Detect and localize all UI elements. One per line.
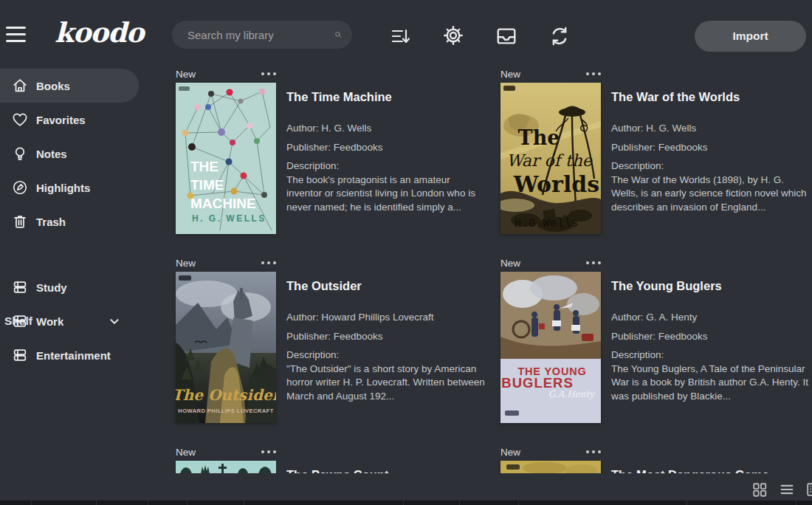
book-title[interactable]: The Most Dangerous Game	[611, 467, 812, 473]
new-badge: New	[176, 447, 196, 458]
shelf-icon	[12, 313, 28, 329]
list-view-icon[interactable]	[779, 481, 795, 498]
cover-text: War of the	[506, 151, 593, 170]
import-button[interactable]: Import	[695, 21, 806, 52]
sidebar-item-favorites[interactable]: Favorites	[0, 103, 139, 137]
sidebar-item-label: Favorites	[36, 114, 86, 126]
book-card: New	[500, 255, 812, 423]
home-icon	[12, 78, 28, 94]
book-author: Author: H. G. Wells	[611, 121, 812, 135]
more-menu-icon[interactable]	[261, 69, 276, 78]
book-author: Author: Howard Phillips Lovecraft	[286, 310, 487, 324]
cover-text: THE	[190, 159, 219, 174]
cover-author: H.G.Wells	[515, 217, 578, 230]
more-menu-icon[interactable]	[586, 258, 601, 267]
cover-text: Worlds	[513, 171, 599, 197]
top-bar: koodo Import	[0, 0, 812, 65]
menu-icon[interactable]	[6, 27, 26, 44]
book-title[interactable]: The Time Machine	[286, 89, 487, 105]
more-menu-icon[interactable]	[586, 69, 601, 78]
more-menu-icon[interactable]	[586, 447, 601, 456]
sidebar-item-study[interactable]: Study	[0, 270, 139, 304]
book-cover[interactable]	[500, 461, 601, 473]
sidebar-item-highlights[interactable]: Highlights	[0, 171, 139, 205]
sidebar-item-entertainment[interactable]: Entertainment	[0, 338, 139, 372]
search-icon[interactable]	[334, 27, 342, 42]
book-card: New	[500, 66, 812, 234]
description-label: Description:	[286, 348, 487, 363]
book-author: Author: G. A. Henty	[611, 310, 812, 324]
sidebar-item-books[interactable]: Books	[0, 69, 139, 103]
sync-icon[interactable]	[548, 25, 571, 47]
book-title[interactable]: The Pawns Count	[286, 467, 487, 473]
shelf-icon	[12, 279, 28, 295]
book-card: New	[176, 66, 500, 234]
cover-author: G.A.Henty	[548, 389, 596, 399]
description-label: Description:	[611, 159, 812, 174]
sidebar-item-trash[interactable]: Trash	[0, 205, 139, 238]
book-description: The book's protagonist is an amateur inv…	[286, 174, 487, 215]
grid-view-icon[interactable]	[751, 481, 768, 498]
book-card: New The Most Dangerous Game	[500, 444, 812, 473]
inbox-icon[interactable]	[495, 25, 517, 47]
sidebar-item-notes[interactable]: Notes	[0, 137, 139, 171]
sidebar-item-label: Notes	[36, 148, 67, 160]
sidebar-item-work[interactable]: Work	[0, 304, 139, 338]
book-publisher: Publisher: Feedbooks	[611, 140, 812, 154]
book-description: "The Outsider" is a short story by Ameri…	[286, 363, 487, 404]
cover-author: HOWARD PHILLIPS LOVECRAFT	[178, 408, 273, 414]
new-badge: New	[500, 258, 520, 269]
lightbulb-icon	[12, 145, 28, 162]
cover-text: The	[518, 126, 560, 149]
sidebar-item-label: Books	[36, 80, 70, 92]
book-title[interactable]: The War of the Worlds	[611, 89, 812, 105]
cover-text: The Outsider	[176, 386, 276, 404]
view-mode-bar	[0, 478, 812, 501]
shelf-icon	[12, 347, 28, 363]
book-cover[interactable]: The War of the Worlds H.G.Wells	[500, 83, 601, 234]
description-label: Description:	[611, 348, 812, 363]
search-input[interactable]	[187, 29, 334, 41]
cover-text: BUGLERS	[501, 375, 573, 391]
cover-text: MACHINE	[190, 196, 256, 211]
new-badge: New	[176, 258, 196, 269]
book-cover[interactable]: THE YOUNG BUGLERS G.A.Henty	[500, 272, 601, 423]
book-publisher: Publisher: Feedbooks	[286, 140, 487, 154]
more-menu-icon[interactable]	[261, 258, 276, 267]
cover-view-icon[interactable]	[805, 481, 812, 498]
book-publisher: Publisher: Feedbooks	[286, 329, 487, 343]
book-card: New The Pawns Count	[176, 444, 500, 473]
book-cover[interactable]: THE TIME MACHINE H. G. WELLS	[176, 83, 276, 234]
book-title[interactable]: The Young Buglers	[611, 278, 812, 294]
sidebar-item-label: Trash	[36, 216, 66, 228]
new-badge: New	[500, 69, 520, 80]
sidebar-item-label: Work	[36, 315, 63, 328]
book-description: The Young Buglers, A Tale of the Peninsu…	[611, 363, 812, 404]
highlighter-icon	[12, 179, 28, 196]
app-logo: koodo	[55, 16, 144, 49]
trash-icon	[12, 213, 28, 230]
more-menu-icon[interactable]	[261, 447, 276, 456]
settings-gear-icon[interactable]	[442, 24, 464, 47]
sidebar-item-label: Entertainment	[36, 349, 111, 362]
book-author: Author: H. G. Wells	[286, 121, 487, 135]
taskbar-edge	[0, 501, 812, 505]
description-label: Description:	[286, 159, 487, 174]
book-title[interactable]: The Outsider	[286, 278, 487, 294]
sort-icon[interactable]	[390, 25, 412, 47]
new-badge: New	[176, 69, 196, 80]
book-cover[interactable]: The Outsider HOWARD PHILLIPS LOVECRAFT	[176, 272, 276, 423]
book-description: The War of the Worlds (1898), by H. G. W…	[611, 174, 812, 215]
heart-icon	[12, 111, 28, 128]
book-cover[interactable]	[176, 461, 276, 473]
cover-text: TIME	[190, 177, 224, 193]
new-badge: New	[500, 447, 520, 458]
sidebar-item-label: Study	[36, 281, 67, 294]
sidebar-item-label: Highlights	[36, 182, 90, 194]
cover-author: H. G. WELLS	[192, 213, 266, 224]
book-card: New	[176, 255, 500, 423]
book-publisher: Publisher: Feedbooks	[611, 329, 812, 343]
search-bar[interactable]	[172, 21, 352, 49]
